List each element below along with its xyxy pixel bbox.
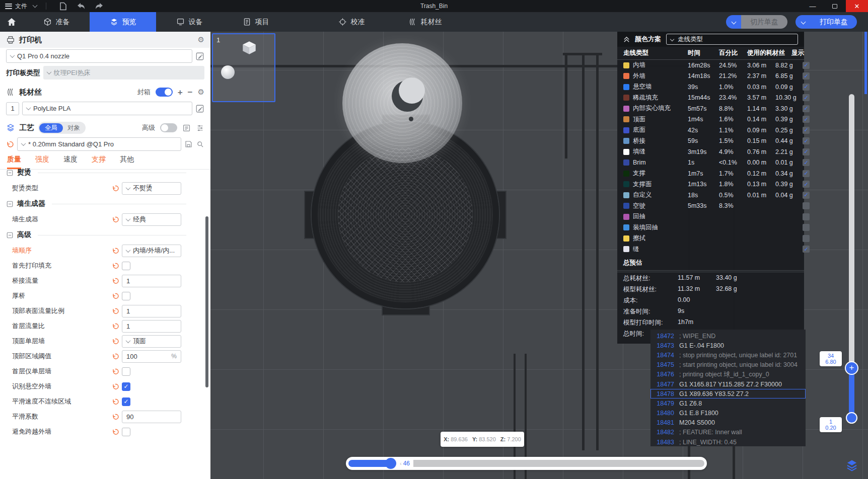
- undo-icon[interactable]: [76, 2, 87, 11]
- gcode-line[interactable]: 18478 G1 X89.636 Y83.52 Z7.2: [650, 389, 806, 398]
- sliced-model-sphere[interactable]: [342, 43, 462, 163]
- plate-type-select[interactable]: 纹理PEI热床: [43, 66, 205, 79]
- setting-input[interactable]: 1: [122, 275, 181, 287]
- setting-select[interactable]: 经典: [122, 213, 181, 226]
- layer-slider-lower-handle[interactable]: [846, 412, 857, 424]
- setting-select[interactable]: 内墙/外墙/内...: [122, 245, 181, 257]
- objects-list-icon[interactable]: [182, 124, 191, 132]
- process-tab[interactable]: 支撑: [92, 155, 106, 169]
- reset-setting-icon[interactable]: [112, 368, 119, 375]
- scope-global[interactable]: 全局: [39, 123, 63, 133]
- advanced-toggle[interactable]: [160, 123, 177, 132]
- seal-toggle[interactable]: [156, 88, 173, 97]
- visibility-checkbox[interactable]: ✓: [803, 84, 810, 91]
- reset-setting-icon[interactable]: [112, 247, 119, 255]
- setting-select[interactable]: 顶面: [122, 335, 181, 348]
- reset-setting-icon[interactable]: [112, 383, 119, 390]
- visibility-checkbox[interactable]: ✓: [803, 159, 810, 166]
- gcode-line[interactable]: 18477 G1 X165.817 Y115.285 Z7.2 F30000: [650, 379, 806, 389]
- main-menu-button[interactable]: 文件: [5, 2, 27, 11]
- process-tab[interactable]: 强度: [35, 155, 49, 169]
- gcode-line[interactable]: 18474 ; stop printing object, unique lab…: [650, 350, 806, 360]
- search-icon[interactable]: [196, 140, 204, 148]
- printer-preset-select[interactable]: Q1 Pro 0.4 nozzle: [6, 49, 192, 63]
- minimize-button[interactable]: —: [802, 0, 824, 12]
- scope-switch[interactable]: 全局 对象: [38, 122, 86, 134]
- reset-setting-icon[interactable]: [112, 428, 119, 436]
- edit-printer-icon[interactable]: [195, 52, 204, 61]
- layer-slider-upper-handle[interactable]: +: [845, 361, 858, 375]
- reset-setting-icon[interactable]: [112, 398, 119, 406]
- printer-settings-gear-icon[interactable]: ⚙: [198, 35, 204, 44]
- reset-process-icon[interactable]: [6, 140, 14, 148]
- slice-dropdown-button[interactable]: [726, 15, 741, 29]
- setting-checkbox[interactable]: ✓: [122, 292, 130, 300]
- tab-preview[interactable]: 预览: [90, 12, 156, 32]
- setting-select[interactable]: 不熨烫: [122, 182, 181, 195]
- save-preset-icon[interactable]: [184, 140, 193, 148]
- slider-track[interactable]: [413, 460, 704, 467]
- close-button[interactable]: ✕: [846, 0, 868, 12]
- gcode-line[interactable]: 18473 G1 E-.04 F1800: [650, 341, 806, 350]
- scope-object[interactable]: 对象: [63, 123, 85, 133]
- visibility-checkbox[interactable]: ✓: [803, 137, 810, 144]
- tab-project[interactable]: 项目: [223, 12, 289, 32]
- menu-chevron-icon[interactable]: [33, 3, 38, 8]
- scheme-select[interactable]: 走线类型: [666, 34, 798, 45]
- setting-checkbox[interactable]: ✓: [122, 397, 130, 406]
- gcode-step-slider[interactable]: ‹46: [346, 457, 707, 470]
- reset-setting-icon[interactable]: [112, 323, 119, 330]
- reset-setting-icon[interactable]: [112, 185, 119, 192]
- process-tab[interactable]: 质量: [7, 155, 21, 169]
- gcode-line[interactable]: 18475 ; start printing object, unique la…: [650, 360, 806, 370]
- slider-handle[interactable]: [385, 458, 396, 469]
- visibility-checkbox[interactable]: ✓: [803, 192, 810, 199]
- setting-input[interactable]: 1: [122, 305, 181, 317]
- visibility-checkbox[interactable]: ✓: [803, 72, 810, 79]
- filament-settings-gear-icon[interactable]: ⚙: [198, 88, 204, 97]
- visibility-checkbox[interactable]: ✓: [803, 246, 810, 253]
- visibility-checkbox[interactable]: ✓: [803, 213, 810, 220]
- reset-setting-icon[interactable]: [112, 307, 119, 315]
- tab-device[interactable]: 设备: [156, 12, 223, 32]
- setting-checkbox[interactable]: ✓: [122, 262, 130, 270]
- process-preset-select[interactable]: * 0.20mm Standard @Q1 Pro: [17, 137, 181, 151]
- visibility-checkbox[interactable]: ✓: [803, 148, 810, 155]
- visibility-checkbox[interactable]: ✓: [803, 105, 810, 112]
- slice-plate-button[interactable]: 切片单盘: [741, 15, 787, 29]
- gcode-line[interactable]: 18472 ; WIPE_END: [650, 331, 806, 341]
- layers-view-button[interactable]: [845, 459, 859, 472]
- reset-setting-icon[interactable]: [112, 353, 119, 360]
- visibility-checkbox[interactable]: ✓: [803, 94, 810, 101]
- visibility-checkbox[interactable]: ✓: [803, 62, 810, 69]
- setting-input[interactable]: 90: [122, 411, 181, 423]
- setting-input[interactable]: 1: [122, 320, 181, 333]
- visibility-checkbox[interactable]: ✓: [803, 170, 810, 177]
- visibility-checkbox[interactable]: ✓: [803, 181, 810, 188]
- gcode-line[interactable]: 18482 ; FEATURE: Inner wall: [650, 428, 806, 437]
- print-dropdown-button[interactable]: [795, 15, 811, 29]
- setting-checkbox[interactable]: ✓: [122, 428, 130, 436]
- gcode-line[interactable]: 18483 ; LINE_WIDTH: 0.45: [650, 437, 806, 447]
- print-plate-button[interactable]: 打印单盘: [811, 15, 857, 29]
- left-panel-scrollbar[interactable]: [205, 216, 208, 387]
- setting-checkbox[interactable]: ✓: [122, 382, 130, 391]
- reset-setting-icon[interactable]: [112, 277, 119, 285]
- visibility-checkbox[interactable]: ✓: [803, 202, 810, 209]
- reset-setting-icon[interactable]: [112, 338, 119, 345]
- setting-checkbox[interactable]: ✓: [122, 367, 130, 376]
- plate-thumbnail[interactable]: 1: [212, 33, 275, 102]
- visibility-checkbox[interactable]: ✓: [803, 127, 810, 134]
- redo-icon[interactable]: [94, 2, 105, 11]
- tab-calibration[interactable]: 校准: [318, 12, 385, 32]
- gcode-line[interactable]: 18481 M204 S5000: [650, 418, 806, 428]
- reset-setting-icon[interactable]: [112, 262, 119, 270]
- tab-filament[interactable]: 耗材丝: [392, 12, 458, 32]
- save-icon[interactable]: [57, 2, 68, 11]
- gcode-line[interactable]: 18479 G1 Z6.8: [650, 398, 806, 408]
- parameter-table-icon[interactable]: [196, 124, 204, 132]
- reset-setting-icon[interactable]: [112, 216, 119, 223]
- gcode-line[interactable]: 18480 G1 E.8 F1800: [650, 409, 806, 418]
- reset-setting-icon[interactable]: [112, 292, 119, 300]
- add-filament-button[interactable]: +: [178, 88, 183, 97]
